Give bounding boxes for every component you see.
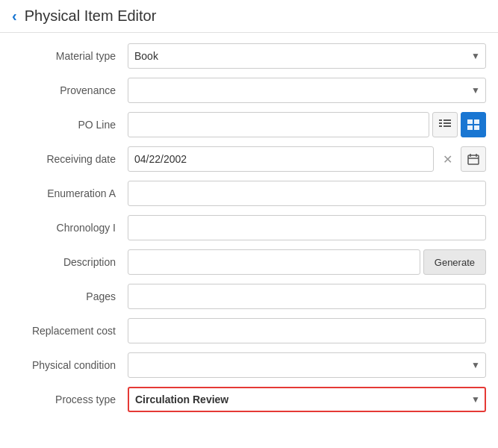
form-container: Material type Book ▼ Provenance ▼ PO Lin… bbox=[0, 33, 498, 442]
svg-rect-0 bbox=[439, 119, 442, 121]
svg-rect-2 bbox=[439, 122, 442, 124]
physical-condition-select-wrapper: ▼ bbox=[128, 352, 486, 378]
page-header: ‹ Physical Item Editor bbox=[0, 0, 498, 33]
chronology-i-control bbox=[128, 215, 486, 240]
pages-row: Pages bbox=[0, 279, 498, 314]
svg-rect-6 bbox=[467, 119, 473, 124]
physical-condition-select[interactable] bbox=[128, 352, 486, 378]
po-line-control bbox=[128, 112, 486, 137]
svg-rect-3 bbox=[443, 122, 451, 124]
back-button[interactable]: ‹ bbox=[12, 7, 17, 25]
chronology-i-row: Chronology I bbox=[0, 211, 498, 245]
material-type-control: Book ▼ bbox=[128, 43, 486, 69]
pages-label: Pages bbox=[12, 290, 128, 302]
pages-control bbox=[128, 284, 486, 309]
replacement-cost-input[interactable] bbox=[128, 318, 486, 343]
process-type-label: Process type bbox=[12, 393, 128, 405]
list-icon bbox=[439, 119, 451, 130]
replacement-cost-row: Replacement cost bbox=[0, 314, 498, 348]
svg-rect-10 bbox=[468, 155, 479, 164]
po-line-card-icon-button[interactable] bbox=[461, 112, 486, 137]
enumeration-a-input[interactable] bbox=[128, 181, 486, 206]
generate-button[interactable]: Generate bbox=[423, 249, 486, 275]
physical-condition-control: ▼ bbox=[128, 352, 486, 378]
description-row: Description Generate bbox=[0, 245, 498, 279]
svg-rect-9 bbox=[474, 125, 479, 130]
physical-condition-label: Physical condition bbox=[12, 359, 128, 371]
process-type-select[interactable]: Circulation Review bbox=[128, 387, 486, 412]
receiving-date-control: ✕ bbox=[128, 146, 486, 172]
provenance-select[interactable] bbox=[128, 78, 486, 103]
material-type-select[interactable]: Book bbox=[128, 43, 486, 69]
chronology-i-label: Chronology I bbox=[12, 222, 128, 234]
receiving-date-calendar-button[interactable] bbox=[461, 146, 486, 172]
replacement-cost-control bbox=[128, 318, 486, 343]
description-input[interactable] bbox=[128, 249, 420, 275]
svg-rect-7 bbox=[474, 119, 479, 124]
po-line-controls bbox=[128, 112, 486, 137]
provenance-select-wrapper: ▼ bbox=[128, 78, 486, 103]
po-line-list-icon-button[interactable] bbox=[432, 112, 458, 137]
page-title: Physical Item Editor bbox=[25, 7, 157, 25]
provenance-control: ▼ bbox=[128, 78, 486, 103]
enumeration-a-row: Enumeration A bbox=[0, 176, 498, 211]
po-line-label: PO Line bbox=[12, 119, 128, 131]
calendar-icon bbox=[467, 153, 479, 165]
process-type-control: Circulation Review ▼ bbox=[128, 387, 486, 412]
replacement-cost-label: Replacement cost bbox=[12, 325, 128, 337]
receiving-date-input[interactable] bbox=[128, 146, 434, 172]
provenance-label: Provenance bbox=[12, 84, 128, 96]
svg-rect-4 bbox=[439, 125, 442, 127]
physical-condition-row: Physical condition ▼ bbox=[0, 348, 498, 382]
material-type-row: Material type Book ▼ bbox=[0, 39, 498, 73]
receiving-date-clear-button[interactable]: ✕ bbox=[437, 146, 458, 172]
svg-rect-8 bbox=[467, 125, 473, 130]
material-type-label: Material type bbox=[12, 50, 128, 62]
po-line-input[interactable] bbox=[128, 112, 429, 137]
svg-rect-5 bbox=[443, 125, 451, 127]
provenance-row: Provenance ▼ bbox=[0, 73, 498, 108]
po-line-row: PO Line bbox=[0, 108, 498, 142]
date-controls: ✕ bbox=[128, 146, 486, 172]
svg-rect-1 bbox=[443, 119, 451, 121]
enumeration-a-control bbox=[128, 181, 486, 206]
card-icon bbox=[467, 119, 479, 130]
receiving-date-label: Receiving date bbox=[12, 153, 128, 165]
process-type-row: Process type Circulation Review ▼ bbox=[0, 382, 498, 417]
material-type-select-wrapper: Book ▼ bbox=[128, 43, 486, 69]
enumeration-a-label: Enumeration A bbox=[12, 187, 128, 199]
description-controls: Generate bbox=[128, 249, 486, 275]
receiving-date-row: Receiving date ✕ bbox=[0, 142, 498, 176]
pages-input[interactable] bbox=[128, 284, 486, 309]
description-label: Description bbox=[12, 256, 128, 268]
description-control: Generate bbox=[128, 249, 486, 275]
process-type-select-wrapper: Circulation Review ▼ bbox=[128, 387, 486, 412]
chronology-i-input[interactable] bbox=[128, 215, 486, 240]
